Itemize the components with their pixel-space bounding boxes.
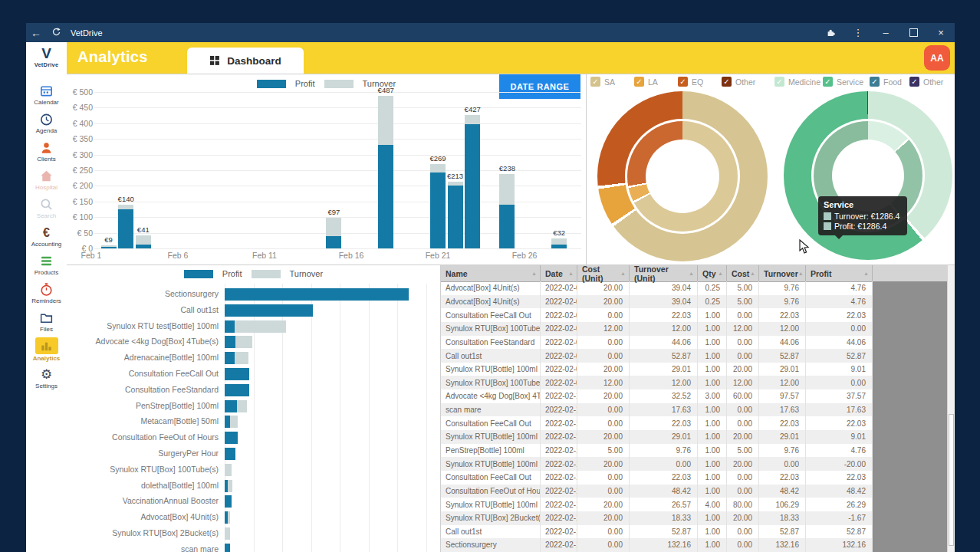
profit-bar[interactable]: [225, 495, 232, 508]
filter-checkbox-other[interactable]: ✓Other: [909, 77, 943, 87]
filter-checkbox-eq[interactable]: ✓EQ: [678, 77, 703, 87]
profit-bar[interactable]: [225, 288, 409, 301]
column-header-profit[interactable]: Profit▲: [806, 265, 873, 281]
profit-bar[interactable]: [225, 304, 313, 317]
profit-bar[interactable]: [225, 448, 235, 460]
profit-bar[interactable]: [378, 145, 393, 248]
profit-bar[interactable]: [465, 124, 480, 248]
column-header-turnover-unit-[interactable]: Turnover (Unit)▲: [630, 265, 698, 281]
refresh-icon[interactable]: [46, 27, 66, 39]
sort-icon[interactable]: ▲: [689, 271, 694, 276]
filter-checkbox-other[interactable]: ✓Other: [722, 77, 755, 87]
checkbox-icon[interactable]: ✓: [678, 77, 688, 87]
column-header-cost-unit-[interactable]: Cost (Unit)▲: [577, 265, 630, 281]
sidebar-item-hospital[interactable]: Hospital: [26, 166, 67, 193]
donut-inner-ring[interactable]: [627, 121, 738, 232]
profit-bar[interactable]: [225, 368, 249, 380]
tab-dashboard[interactable]: Dashboard: [187, 48, 304, 74]
table-row[interactable]: Consultation FeeCall Out2022-02-030.0022…: [441, 308, 947, 322]
sort-icon[interactable]: ▲: [620, 271, 626, 276]
table-row[interactable]: PenStrep[Bottle] 100ml2022-02-185.009.76…: [441, 444, 947, 458]
profit-bar[interactable]: [430, 172, 446, 248]
sidebar-item-settings[interactable]: ⚙Settings: [26, 364, 67, 392]
table-row[interactable]: Synulox RTU[Box] 100Tube(s)2022-02-0312.…: [441, 322, 947, 336]
checkbox-icon[interactable]: ✓: [774, 77, 784, 87]
profit-bar[interactable]: [225, 544, 230, 552]
profit-bar[interactable]: [225, 320, 235, 333]
sort-icon[interactable]: ▲: [531, 271, 537, 276]
vetdrive-logo[interactable]: V VetDrive: [26, 42, 67, 68]
profit-bar[interactable]: [118, 209, 133, 248]
checkbox-icon[interactable]: ✓: [590, 77, 600, 87]
column-header-cost[interactable]: Cost▲: [727, 265, 759, 281]
close-button[interactable]: ×: [927, 23, 955, 42]
table-row[interactable]: Synulox RTU[Box] 100Tube(s)2022-02-0412.…: [441, 376, 947, 389]
column-header-turnover[interactable]: Turnover▲: [759, 265, 806, 281]
maximize-button[interactable]: [899, 23, 927, 42]
sidebar-item-clients[interactable]: Clients: [26, 137, 67, 165]
filter-checkbox-service[interactable]: ✓Service: [823, 77, 863, 87]
profit-bar[interactable]: [225, 480, 228, 492]
species-donut-chart[interactable]: [597, 91, 768, 261]
table-row[interactable]: Sectionsurgery2022-02-180.00132.161.000.…: [441, 538, 947, 552]
table-row[interactable]: Synulox RTU[Bottle] 100ml2022-02-1820.00…: [441, 498, 947, 511]
sort-icon[interactable]: ▲: [863, 271, 869, 276]
column-header-name[interactable]: Name▲: [441, 265, 541, 281]
table-row[interactable]: scan mare2022-02-180.0017.631.000.0017.6…: [441, 403, 947, 417]
back-icon[interactable]: ←: [26, 27, 46, 39]
profit-bar[interactable]: [225, 416, 230, 428]
table-row[interactable]: Advocat[Box] 4Unit(s)2022-02-0320.0039.0…: [441, 295, 947, 309]
table-row[interactable]: Consultation FeeCall Out2022-02-180.0022…: [441, 471, 947, 485]
table-row[interactable]: Call out1st2022-02-180.0052.871.000.0052…: [441, 525, 947, 539]
checkbox-icon[interactable]: ✓: [823, 77, 833, 87]
table-row[interactable]: Synulox RTU[Box] 2Bucket(s)2022-02-1820.…: [441, 511, 947, 525]
sidebar-item-reminders[interactable]: Reminders: [26, 279, 67, 307]
profit-bar[interactable]: [225, 384, 249, 396]
table-row[interactable]: Synulox RTU[Bottle] 100ml2022-02-1820.00…: [441, 457, 947, 471]
sort-icon[interactable]: ▲: [718, 271, 723, 276]
sidebar-item-calendar[interactable]: Calendar: [26, 80, 67, 108]
table-row[interactable]: Advocate <4kg Dog[Box] 4Tube(s)2022-02-1…: [441, 389, 947, 403]
sidebar-item-search[interactable]: Search: [26, 194, 67, 222]
sort-icon[interactable]: ▲: [750, 271, 755, 276]
profit-bar[interactable]: [136, 245, 151, 248]
avatar[interactable]: AA: [924, 45, 950, 71]
sort-icon[interactable]: ▲: [568, 271, 574, 276]
sidebar-item-analytics[interactable]: Analytics: [26, 336, 67, 363]
filter-checkbox-sa[interactable]: ✓SA: [590, 77, 615, 87]
table-row[interactable]: Synulox RTU[Bottle] 100ml2022-02-0420.00…: [441, 363, 947, 376]
sidebar-item-agenda[interactable]: Agenda: [26, 109, 67, 136]
sidebar-item-files[interactable]: Files: [26, 307, 67, 335]
scrollbar-thumb[interactable]: [949, 414, 954, 546]
profit-bar[interactable]: [225, 352, 235, 364]
column-header-date[interactable]: Date▲: [541, 265, 577, 281]
turnover-bar[interactable]: [225, 464, 232, 476]
profit-bar[interactable]: [101, 247, 117, 248]
turnover-bar[interactable]: [225, 527, 230, 540]
profit-bar[interactable]: [225, 432, 238, 444]
checkbox-icon[interactable]: ✓: [870, 77, 880, 87]
table-scrollbar[interactable]: [947, 265, 955, 552]
checkbox-icon[interactable]: ✓: [634, 77, 644, 87]
menu-dots-icon[interactable]: ⋮: [844, 23, 872, 42]
sidebar-item-products[interactable]: Products: [26, 251, 67, 278]
sidebar-item-accounting[interactable]: €Accounting: [26, 222, 67, 250]
profit-bar[interactable]: [225, 511, 228, 524]
extensions-icon[interactable]: [817, 23, 844, 42]
checkbox-icon[interactable]: ✓: [909, 77, 919, 87]
column-header-qty[interactable]: Qty▲: [698, 265, 727, 281]
filter-checkbox-food[interactable]: ✓Food: [870, 77, 902, 87]
profit-bar[interactable]: [225, 336, 235, 348]
profit-bar[interactable]: [448, 186, 463, 248]
minimize-button[interactable]: –: [872, 23, 899, 42]
sort-icon[interactable]: ▲: [798, 271, 804, 276]
table-row[interactable]: Consultation FeeCall Out2022-02-180.0022…: [441, 416, 947, 430]
profit-bar[interactable]: [326, 236, 341, 248]
checkbox-icon[interactable]: ✓: [722, 77, 732, 87]
table-row[interactable]: Consultation FeeStandard2022-02-030.0044…: [441, 336, 947, 350]
table-row[interactable]: Call out1st2022-02-030.0052.871.000.0052…: [441, 349, 947, 363]
table-row[interactable]: Consultation FeeOut of Hours2022-02-180.…: [441, 485, 947, 498]
profit-bar[interactable]: [551, 245, 567, 248]
profit-bar[interactable]: [499, 205, 515, 248]
filter-checkbox-medicine[interactable]: ✓Medicine: [774, 77, 821, 87]
